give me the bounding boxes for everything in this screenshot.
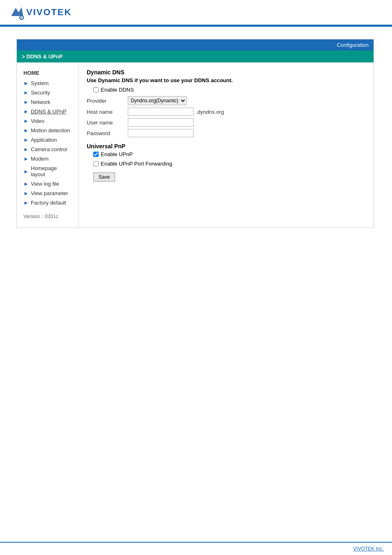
save-button[interactable]: Save [93, 173, 115, 182]
provider-select[interactable]: Dyndns.org(Dynamic) Dyndns.org(Static) T… [128, 96, 187, 105]
password-input[interactable] [128, 129, 194, 137]
enable-ddns-label[interactable]: Enable DDNS [101, 87, 134, 93]
arrow-icon: ► [23, 108, 29, 115]
enable-ddns-checkbox[interactable] [93, 87, 99, 92]
arrow-icon: ► [23, 146, 29, 152]
provider-label: Provider [87, 98, 128, 104]
password-label: Password [87, 130, 128, 136]
enable-ddns-row: Enable DDNS [87, 87, 365, 93]
sidebar-item-network[interactable]: ► Network [17, 97, 78, 107]
arrow-icon: ► [23, 200, 29, 206]
sidebar-label-ddns-upnp: DDNS & UPnP [31, 108, 67, 115]
sidebar-label-network: Network [31, 99, 51, 105]
sidebar: HOME ► System ► Security ► Network ► DDN… [17, 62, 78, 228]
username-label: User name [87, 120, 128, 126]
sidebar-label-application: Application [31, 137, 57, 143]
sidebar-label-viewlog: View log file [31, 181, 59, 187]
hostname-row: Host name .dyndns.org [87, 108, 365, 116]
sidebar-label-factory: Factory default [31, 200, 66, 206]
sidebar-item-view-parameter[interactable]: ► View parameter [17, 189, 78, 198]
provider-row: Provider Dyndns.org(Dynamic) Dyndns.org(… [87, 96, 365, 105]
sidebar-label-viewparam: View parameter [31, 190, 68, 196]
sidebar-label-modem: Modem [31, 156, 48, 162]
hostname-suffix: .dyndns.org [196, 109, 224, 115]
arrow-icon: ► [23, 127, 29, 134]
sidebar-label-system: System [31, 80, 48, 86]
enable-port-forwarding-label[interactable]: Enable UPnP Port Forwarding [101, 161, 172, 167]
sidebar-item-camera-control[interactable]: ► Camera control [17, 145, 78, 154]
hostname-input[interactable] [128, 108, 194, 116]
arrow-icon: ► [23, 118, 29, 124]
username-input[interactable] [128, 118, 194, 127]
sidebar-label-video: Video [31, 118, 44, 124]
sidebar-item-application[interactable]: ► Application [17, 135, 78, 145]
sidebar-item-view-log[interactable]: ► View log file [17, 179, 78, 189]
svg-point-2 [21, 17, 22, 18]
vivotek-logo-text: VIVOTEK [26, 7, 72, 18]
enable-upnp-label[interactable]: Enable UPnP [101, 151, 133, 157]
arrow-icon: ► [23, 168, 29, 175]
main-content: Configuration > DDNS & UPnP HOME ► Syste… [0, 27, 392, 240]
sidebar-item-factory-default[interactable]: ► Factory default [17, 198, 78, 207]
save-row: Save [87, 170, 365, 182]
enable-port-forwarding-row: Enable UPnP Port Forwarding [87, 161, 365, 167]
sidebar-item-system[interactable]: ► System [17, 78, 78, 88]
arrow-icon: ► [23, 181, 29, 187]
dynamic-dns-section: Dynamic DNS Use Dynamic DNS if you want … [87, 69, 365, 137]
password-row: Password [87, 129, 365, 137]
sidebar-label-motion: Motion detection [31, 127, 70, 134]
sidebar-label-security: Security [31, 90, 50, 96]
sidebar-label-homepage: Homepage layout [31, 165, 71, 177]
footer: VIVOTEK Inc. [0, 542, 392, 555]
sidebar-item-video[interactable]: ► Video [17, 116, 78, 126]
header: VIVOTEK [0, 0, 392, 26]
config-title: Configuration [337, 42, 369, 48]
svg-marker-0 [11, 7, 23, 16]
enable-upnp-row: Enable UPnP [87, 151, 365, 157]
sidebar-label-camera: Camera control [31, 146, 67, 152]
config-topbar: Configuration [17, 39, 374, 51]
arrow-icon: ► [23, 190, 29, 196]
sidebar-item-security[interactable]: ► Security [17, 88, 78, 97]
enable-port-forwarding-checkbox[interactable] [93, 161, 99, 166]
arrow-icon: ► [23, 99, 29, 105]
sidebar-item-motion-detection[interactable]: ► Motion detection [17, 126, 78, 135]
universal-pnp-section: Universal PnP Enable UPnP Enable UPnP Po… [87, 143, 365, 182]
hostname-label: Host name [87, 109, 128, 115]
sidebar-version: Version：0201c [17, 207, 78, 223]
sidebar-item-homepage-layout[interactable]: ► Homepage layout [17, 164, 78, 179]
config-body: HOME ► System ► Security ► Network ► DDN… [17, 62, 374, 228]
upnp-title: Universal PnP [87, 143, 365, 150]
sidebar-item-ddns-upnp[interactable]: ► DDNS & UPnP [17, 107, 78, 116]
section-header-text: > DDNS & UPnP [22, 53, 62, 60]
arrow-icon: ► [23, 137, 29, 143]
username-row: User name [87, 118, 365, 127]
logo: VIVOTEK [8, 4, 384, 21]
main-panel: Dynamic DNS Use Dynamic DNS if you want … [78, 62, 374, 228]
sidebar-home[interactable]: HOME [17, 67, 78, 78]
footer-link[interactable]: VIVOTEK Inc. [353, 546, 384, 552]
arrow-icon: ► [23, 90, 29, 96]
enable-upnp-checkbox[interactable] [93, 152, 99, 157]
section-header: > DDNS & UPnP [17, 51, 374, 62]
vivotek-bird-icon [8, 4, 25, 21]
sidebar-item-modem[interactable]: ► Modem [17, 154, 78, 164]
dynamic-dns-title: Dynamic DNS [87, 69, 365, 76]
dynamic-dns-desc: Use Dynamic DNS if you want to use your … [87, 77, 365, 83]
arrow-icon: ► [23, 156, 29, 162]
config-container: Configuration > DDNS & UPnP HOME ► Syste… [16, 39, 374, 228]
arrow-icon: ► [23, 80, 29, 86]
